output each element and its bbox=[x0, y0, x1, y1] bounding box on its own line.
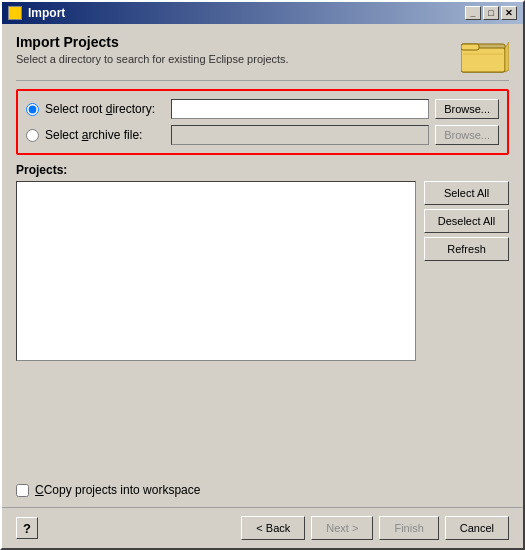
svg-rect-1 bbox=[461, 48, 505, 72]
projects-row: Select All Deselect All Refresh bbox=[16, 181, 509, 471]
next-button[interactable]: Next > bbox=[311, 516, 373, 540]
deselect-all-button[interactable]: Deselect All bbox=[424, 209, 509, 233]
select-root-radio[interactable] bbox=[26, 103, 39, 116]
browse-archive-button[interactable]: Browse... bbox=[435, 125, 499, 145]
copy-projects-label[interactable]: CCopy projects into workspace bbox=[35, 483, 200, 497]
window-title: Import bbox=[28, 6, 65, 20]
dialog-footer: ? < Back Next > Finish Cancel bbox=[2, 507, 523, 548]
cancel-button[interactable]: Cancel bbox=[445, 516, 509, 540]
root-directory-row: Select root directory: Browse... bbox=[26, 99, 499, 119]
import-window: Import _ □ ✕ Import Projects Select a di… bbox=[0, 0, 525, 550]
select-archive-radio[interactable] bbox=[26, 129, 39, 142]
copy-label-text: Copy projects into workspace bbox=[44, 483, 201, 497]
title-bar: Import _ □ ✕ bbox=[2, 2, 523, 24]
header-section: Import Projects Select a directory to se… bbox=[16, 34, 509, 81]
browse-root-button[interactable]: Browse... bbox=[435, 99, 499, 119]
projects-label: Projects: bbox=[16, 163, 509, 177]
help-button[interactable]: ? bbox=[16, 517, 38, 539]
archive-file-input[interactable] bbox=[171, 125, 429, 145]
svg-rect-2 bbox=[461, 44, 479, 50]
root-directory-input[interactable] bbox=[171, 99, 429, 119]
projects-list[interactable] bbox=[16, 181, 416, 361]
folder-icon bbox=[461, 34, 509, 74]
footer-left: ? bbox=[16, 517, 38, 539]
window-icon bbox=[8, 6, 22, 20]
copy-checkbox-row: CCopy projects into workspace bbox=[16, 483, 509, 497]
copy-projects-checkbox[interactable] bbox=[16, 484, 29, 497]
finish-button[interactable]: Finish bbox=[379, 516, 438, 540]
projects-buttons: Select All Deselect All Refresh bbox=[424, 181, 509, 471]
back-button[interactable]: < Back bbox=[241, 516, 305, 540]
archive-file-row: Select archive file: Browse... bbox=[26, 125, 499, 145]
footer-buttons: < Back Next > Finish Cancel bbox=[241, 516, 509, 540]
maximize-button[interactable]: □ bbox=[483, 6, 499, 20]
refresh-button[interactable]: Refresh bbox=[424, 237, 509, 261]
close-button[interactable]: ✕ bbox=[501, 6, 517, 20]
title-controls: _ □ ✕ bbox=[465, 6, 517, 20]
select-root-label[interactable]: Select root directory: bbox=[45, 102, 165, 116]
select-all-button[interactable]: Select All bbox=[424, 181, 509, 205]
header-text: Import Projects Select a directory to se… bbox=[16, 34, 461, 65]
projects-section: Projects: Select All Deselect All Refres… bbox=[16, 163, 509, 471]
dialog-content: Import Projects Select a directory to se… bbox=[2, 24, 523, 507]
dialog-title: Import Projects bbox=[16, 34, 461, 50]
dialog-subtitle: Select a directory to search for existin… bbox=[16, 53, 461, 65]
title-bar-text: Import bbox=[8, 6, 65, 20]
minimize-button[interactable]: _ bbox=[465, 6, 481, 20]
main-panel: Select root directory: Browse... Select … bbox=[16, 89, 509, 155]
select-archive-label[interactable]: Select archive file: bbox=[45, 128, 165, 142]
